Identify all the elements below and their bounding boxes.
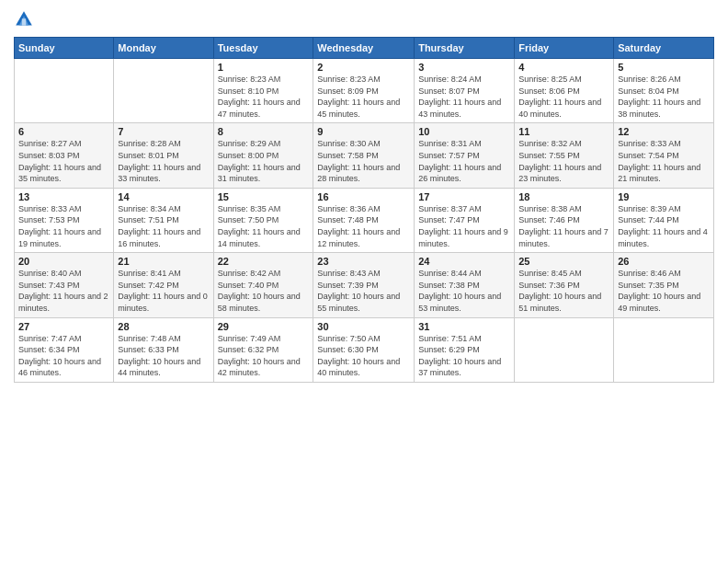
day-info: Sunrise: 8:42 AM Sunset: 7:40 PM Dayligh… bbox=[218, 268, 310, 314]
day-info: Sunrise: 8:37 AM Sunset: 7:47 PM Dayligh… bbox=[418, 203, 510, 249]
day-number: 3 bbox=[418, 62, 510, 73]
day-info: Sunrise: 8:31 AM Sunset: 7:57 PM Dayligh… bbox=[418, 138, 510, 184]
day-info: Sunrise: 8:34 AM Sunset: 7:51 PM Dayligh… bbox=[118, 203, 209, 249]
day-info: Sunrise: 8:26 AM Sunset: 8:04 PM Dayligh… bbox=[618, 74, 710, 120]
day-cell: 17Sunrise: 8:37 AM Sunset: 7:47 PM Dayli… bbox=[415, 188, 515, 252]
day-number: 6 bbox=[18, 126, 109, 137]
day-info: Sunrise: 7:50 AM Sunset: 6:30 PM Dayligh… bbox=[317, 333, 410, 379]
weekday-header-monday: Monday bbox=[114, 38, 213, 59]
day-cell: 30Sunrise: 7:50 AM Sunset: 6:30 PM Dayli… bbox=[313, 317, 415, 382]
day-number: 29 bbox=[218, 321, 310, 332]
day-cell: 12Sunrise: 8:33 AM Sunset: 7:54 PM Dayli… bbox=[614, 123, 714, 188]
day-number: 19 bbox=[618, 191, 710, 202]
day-info: Sunrise: 8:39 AM Sunset: 7:44 PM Dayligh… bbox=[618, 203, 710, 249]
day-cell: 5Sunrise: 8:26 AM Sunset: 8:04 PM Daylig… bbox=[614, 59, 714, 123]
day-cell: 3Sunrise: 8:24 AM Sunset: 8:07 PM Daylig… bbox=[415, 59, 515, 123]
day-info: Sunrise: 8:23 AM Sunset: 8:10 PM Dayligh… bbox=[218, 74, 310, 120]
day-number: 7 bbox=[118, 126, 209, 137]
day-number: 5 bbox=[618, 62, 710, 73]
day-cell: 1Sunrise: 8:23 AM Sunset: 8:10 PM Daylig… bbox=[213, 59, 313, 123]
week-row-2: 6Sunrise: 8:27 AM Sunset: 8:03 PM Daylig… bbox=[15, 123, 714, 188]
day-info: Sunrise: 8:29 AM Sunset: 8:00 PM Dayligh… bbox=[218, 138, 310, 184]
day-cell: 8Sunrise: 8:29 AM Sunset: 8:00 PM Daylig… bbox=[213, 123, 313, 188]
day-cell: 11Sunrise: 8:32 AM Sunset: 7:55 PM Dayli… bbox=[515, 123, 614, 188]
day-cell: 26Sunrise: 8:46 AM Sunset: 7:35 PM Dayli… bbox=[614, 253, 714, 317]
weekday-header-thursday: Thursday bbox=[415, 38, 515, 59]
day-info: Sunrise: 8:30 AM Sunset: 7:58 PM Dayligh… bbox=[317, 138, 410, 184]
weekday-header-wednesday: Wednesday bbox=[313, 38, 415, 59]
day-cell: 13Sunrise: 8:33 AM Sunset: 7:53 PM Dayli… bbox=[15, 188, 114, 252]
day-number: 26 bbox=[618, 256, 710, 267]
day-cell: 29Sunrise: 7:49 AM Sunset: 6:32 PM Dayli… bbox=[213, 317, 313, 382]
day-cell: 28Sunrise: 7:48 AM Sunset: 6:33 PM Dayli… bbox=[114, 317, 213, 382]
day-number: 17 bbox=[418, 191, 510, 202]
weekday-header-friday: Friday bbox=[515, 38, 614, 59]
week-row-5: 27Sunrise: 7:47 AM Sunset: 6:34 PM Dayli… bbox=[15, 317, 714, 382]
day-cell bbox=[114, 59, 213, 123]
day-cell: 21Sunrise: 8:41 AM Sunset: 7:42 PM Dayli… bbox=[114, 253, 213, 317]
day-info: Sunrise: 7:49 AM Sunset: 6:32 PM Dayligh… bbox=[218, 333, 310, 379]
weekday-header-row: SundayMondayTuesdayWednesdayThursdayFrid… bbox=[15, 38, 714, 59]
day-cell bbox=[614, 317, 714, 382]
day-number: 14 bbox=[118, 191, 209, 202]
day-info: Sunrise: 8:44 AM Sunset: 7:38 PM Dayligh… bbox=[418, 268, 510, 314]
day-cell: 23Sunrise: 8:43 AM Sunset: 7:39 PM Dayli… bbox=[313, 253, 415, 317]
day-cell: 25Sunrise: 8:45 AM Sunset: 7:36 PM Dayli… bbox=[515, 253, 614, 317]
day-info: Sunrise: 8:41 AM Sunset: 7:42 PM Dayligh… bbox=[118, 268, 209, 314]
day-cell: 7Sunrise: 8:28 AM Sunset: 8:01 PM Daylig… bbox=[114, 123, 213, 188]
day-info: Sunrise: 8:33 AM Sunset: 7:53 PM Dayligh… bbox=[18, 203, 109, 249]
day-number: 13 bbox=[18, 191, 109, 202]
day-info: Sunrise: 8:43 AM Sunset: 7:39 PM Dayligh… bbox=[317, 268, 410, 314]
day-number: 22 bbox=[218, 256, 310, 267]
day-info: Sunrise: 8:36 AM Sunset: 7:48 PM Dayligh… bbox=[317, 203, 410, 249]
day-number: 28 bbox=[118, 321, 209, 332]
day-cell: 9Sunrise: 8:30 AM Sunset: 7:58 PM Daylig… bbox=[313, 123, 415, 188]
day-info: Sunrise: 8:45 AM Sunset: 7:36 PM Dayligh… bbox=[518, 268, 609, 314]
day-info: Sunrise: 8:23 AM Sunset: 8:09 PM Dayligh… bbox=[317, 74, 410, 120]
day-number: 12 bbox=[618, 126, 710, 137]
day-cell: 14Sunrise: 8:34 AM Sunset: 7:51 PM Dayli… bbox=[114, 188, 213, 252]
day-number: 31 bbox=[418, 321, 510, 332]
day-number: 11 bbox=[518, 126, 609, 137]
day-number: 1 bbox=[218, 62, 310, 73]
day-number: 25 bbox=[518, 256, 609, 267]
day-number: 8 bbox=[218, 126, 310, 137]
day-number: 9 bbox=[317, 126, 410, 137]
svg-rect-2 bbox=[22, 18, 26, 25]
day-cell bbox=[15, 59, 114, 123]
day-info: Sunrise: 7:51 AM Sunset: 6:29 PM Dayligh… bbox=[418, 333, 510, 379]
day-info: Sunrise: 8:38 AM Sunset: 7:46 PM Dayligh… bbox=[518, 203, 609, 249]
day-cell: 24Sunrise: 8:44 AM Sunset: 7:38 PM Dayli… bbox=[415, 253, 515, 317]
day-cell: 31Sunrise: 7:51 AM Sunset: 6:29 PM Dayli… bbox=[415, 317, 515, 382]
day-cell: 27Sunrise: 7:47 AM Sunset: 6:34 PM Dayli… bbox=[15, 317, 114, 382]
day-info: Sunrise: 7:47 AM Sunset: 6:34 PM Dayligh… bbox=[18, 333, 109, 379]
page: SundayMondayTuesdayWednesdayThursdayFrid… bbox=[0, 0, 728, 563]
day-number: 27 bbox=[18, 321, 109, 332]
day-number: 15 bbox=[218, 191, 310, 202]
weekday-header-sunday: Sunday bbox=[15, 38, 114, 59]
day-info: Sunrise: 8:40 AM Sunset: 7:43 PM Dayligh… bbox=[18, 268, 109, 314]
week-row-3: 13Sunrise: 8:33 AM Sunset: 7:53 PM Dayli… bbox=[15, 188, 714, 252]
day-info: Sunrise: 8:35 AM Sunset: 7:50 PM Dayligh… bbox=[218, 203, 310, 249]
day-cell: 19Sunrise: 8:39 AM Sunset: 7:44 PM Dayli… bbox=[614, 188, 714, 252]
day-number: 30 bbox=[317, 321, 410, 332]
day-number: 2 bbox=[317, 62, 410, 73]
day-info: Sunrise: 8:25 AM Sunset: 8:06 PM Dayligh… bbox=[518, 74, 609, 120]
day-cell bbox=[515, 317, 614, 382]
day-info: Sunrise: 7:48 AM Sunset: 6:33 PM Dayligh… bbox=[118, 333, 209, 379]
day-number: 23 bbox=[317, 256, 410, 267]
day-info: Sunrise: 8:32 AM Sunset: 7:55 PM Dayligh… bbox=[518, 138, 609, 184]
day-number: 4 bbox=[518, 62, 609, 73]
day-cell: 2Sunrise: 8:23 AM Sunset: 8:09 PM Daylig… bbox=[313, 59, 415, 123]
day-info: Sunrise: 8:46 AM Sunset: 7:35 PM Dayligh… bbox=[618, 268, 710, 314]
day-cell: 16Sunrise: 8:36 AM Sunset: 7:48 PM Dayli… bbox=[313, 188, 415, 252]
day-cell: 22Sunrise: 8:42 AM Sunset: 7:40 PM Dayli… bbox=[213, 253, 313, 317]
day-number: 10 bbox=[418, 126, 510, 137]
day-info: Sunrise: 8:28 AM Sunset: 8:01 PM Dayligh… bbox=[118, 138, 209, 184]
logo bbox=[14, 9, 37, 29]
day-cell: 10Sunrise: 8:31 AM Sunset: 7:57 PM Dayli… bbox=[415, 123, 515, 188]
day-number: 18 bbox=[518, 191, 609, 202]
day-info: Sunrise: 8:24 AM Sunset: 8:07 PM Dayligh… bbox=[418, 74, 510, 120]
day-cell: 4Sunrise: 8:25 AM Sunset: 8:06 PM Daylig… bbox=[515, 59, 614, 123]
header bbox=[14, 9, 714, 29]
